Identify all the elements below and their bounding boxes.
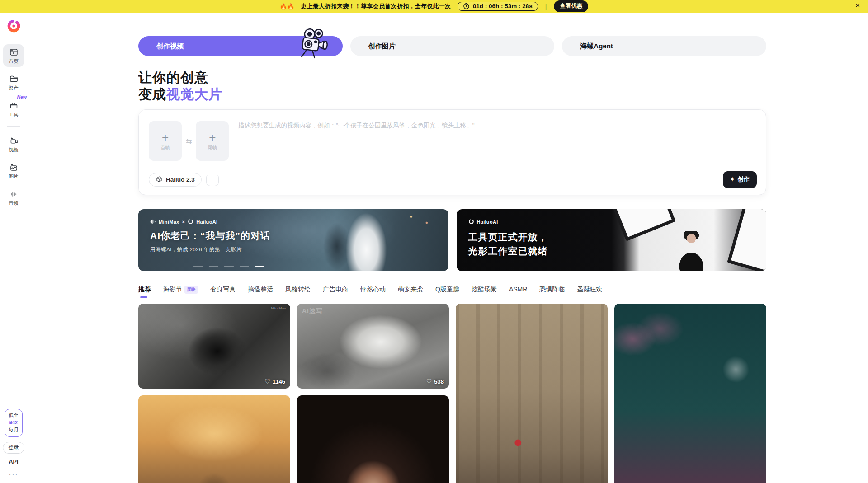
category-label: 变身写真 [210, 286, 236, 294]
carousel-dot[interactable] [224, 266, 234, 267]
mode-tabs: 创作视频 [138, 36, 766, 56]
category-horror[interactable]: 恐惧降临 [539, 286, 565, 298]
tab-label: 创作视频 [156, 42, 184, 51]
category-style-transfer[interactable]: 风格转绘 [285, 286, 311, 298]
sidebar-item-label: 首页 [9, 58, 19, 65]
tab-label: 海螺Agent [580, 42, 613, 51]
category-heartbeat[interactable]: 怦然心动 [360, 286, 386, 298]
clock-icon [463, 3, 470, 9]
hailuo-logo[interactable] [6, 19, 21, 33]
grid-column [614, 304, 766, 483]
sidebar-item-assets[interactable]: 资产 [3, 71, 24, 94]
minimax-logo-icon [150, 219, 156, 225]
tab-hailuo-agent[interactable]: 海螺Agent [562, 36, 766, 56]
video-card[interactable] [297, 395, 449, 483]
tab-create-video[interactable]: 创作视频 [138, 36, 343, 56]
banner-title: 工具页正式开放， 光影工作室已就绪 [468, 230, 548, 258]
banner-subtitle: 用海螺AI，拍成 2026 年的第一支影片 [150, 246, 270, 253]
category-label: 广告电商 [323, 286, 348, 294]
image-plus-icon [9, 163, 19, 172]
composer-extra-button[interactable] [206, 174, 219, 186]
category-portrait[interactable]: 变身写真 [210, 286, 236, 298]
sidebar-item-video[interactable]: 视频 [3, 133, 24, 155]
like-count[interactable]: ♡1146 [264, 378, 285, 385]
softbox-light [612, 209, 676, 241]
carousel-dots [193, 266, 264, 267]
category-chibi[interactable]: Q版童趣 [435, 286, 459, 298]
hero-title: 让你的创意 变成视觉大片 [138, 70, 766, 103]
login-button[interactable]: 登录 [3, 442, 24, 454]
category-pets[interactable]: 萌宠来袭 [398, 286, 423, 298]
grid-column [456, 304, 608, 483]
video-card[interactable]: MiniMax ♡1146 [138, 304, 290, 389]
countdown-text: 01d : 06h : 53m : 28s [473, 3, 533, 9]
category-label: Q版童趣 [435, 286, 459, 294]
carousel-dot[interactable] [240, 266, 249, 267]
sidebar-item-image[interactable]: 图片 [3, 159, 24, 182]
category-film-festival[interactable]: 海影节展映 [163, 286, 198, 298]
more-options-icon[interactable]: ··· [9, 470, 19, 478]
sidebar-item-home[interactable]: 首页 [3, 44, 24, 67]
category-recommended[interactable]: 推荐 [138, 286, 151, 298]
hero-line2-prefix: 变成 [138, 87, 166, 102]
sidebar-item-audio[interactable]: 音频 [3, 186, 24, 209]
like-count[interactable]: ♡538 [426, 378, 444, 385]
hero-line2-accent: 视觉大片 [166, 87, 222, 102]
swap-frames-icon[interactable]: ⇆ [186, 137, 192, 145]
banner-tools-studio[interactable]: HailuoAI 工具页正式开放， 光影工作室已就绪 [457, 209, 767, 271]
like-value: 1146 [273, 378, 285, 385]
category-label: 炫酷场景 [472, 286, 497, 294]
video-plus-icon [9, 136, 19, 145]
carousel-dot[interactable] [209, 266, 218, 267]
video-card[interactable]: ♡1.1万 [138, 395, 290, 483]
category-label: 海影节 [163, 286, 182, 294]
prompt-composer: + 首帧 ⇆ + 尾帧 Hailuo 2.3 [138, 109, 766, 195]
studio-model-photo [670, 231, 713, 271]
pricing-line3: 每月 [9, 427, 19, 434]
composer-toolbar: Hailuo 2.3 ✦ 创作 [149, 171, 757, 188]
sidebar-item-label: 音频 [9, 200, 19, 206]
banner-brand-row: HailuoAI [468, 219, 548, 225]
video-card[interactable] [456, 304, 608, 483]
prompt-input[interactable] [238, 122, 752, 167]
category-cool-scenes[interactable]: 炫酷场景 [472, 286, 497, 298]
tab-create-image[interactable]: 创作图片 [350, 36, 555, 56]
pricing-box[interactable]: 低至 ¥42 每月 [5, 409, 23, 437]
category-christmas[interactable]: 圣诞狂欢 [577, 286, 602, 298]
category-asmr[interactable]: ASMR [509, 286, 527, 297]
frame-uploads: + 首帧 ⇆ + 尾帧 [149, 121, 229, 161]
toolbox-icon [9, 101, 19, 110]
carousel-dot-active[interactable] [255, 266, 264, 267]
api-link[interactable]: API [9, 459, 19, 465]
banner-ai-dialogue[interactable]: MiniMax × HailuoAI AI你老己：“我与我”的对话 用海螺AI，… [138, 209, 448, 271]
category-label: 推荐 [138, 286, 151, 294]
category-funny[interactable]: 搞怪整活 [248, 286, 273, 298]
banner-title-line1: 工具页正式开放， [468, 230, 548, 244]
close-banner-icon[interactable]: ✕ [855, 2, 860, 9]
model-selector[interactable]: Hailuo 2.3 [149, 173, 202, 187]
sidebar-bottom: 低至 ¥42 每月 登录 API ··· [3, 409, 24, 483]
like-value: 538 [434, 378, 444, 385]
sidebar-item-tools[interactable]: New 工具 [3, 98, 24, 120]
view-offer-button[interactable]: 查看优惠 [554, 0, 588, 12]
pricing-line1: 低至 [9, 412, 19, 419]
carousel-dot[interactable] [193, 266, 203, 267]
softbox-light [727, 209, 766, 271]
category-label: 搞怪整活 [248, 286, 273, 294]
model-cube-icon [156, 176, 163, 183]
audio-waveform-icon [9, 189, 19, 199]
heart-icon: ♡ [426, 378, 432, 385]
page: 🔥🔥 史上最大折扣来袭！！尊享会员首次折扣，全年仅此一次 01d : 06h :… [0, 0, 868, 483]
video-card[interactable] [614, 304, 766, 483]
category-ecommerce[interactable]: 广告电商 [323, 286, 348, 298]
brand-times: × [182, 219, 185, 225]
first-frame-upload[interactable]: + 首帧 [149, 121, 182, 161]
heart-icon: ♡ [264, 378, 270, 385]
pricing-amount: ¥42 [9, 419, 19, 427]
banner-title-line2: 光影工作室已就绪 [468, 244, 548, 258]
model-name: Hailuo 2.3 [166, 176, 195, 183]
create-button[interactable]: ✦ 创作 [723, 171, 757, 188]
last-frame-upload[interactable]: + 尾帧 [196, 121, 229, 161]
video-card[interactable]: AI速写 ♡538 [297, 304, 449, 389]
folder-icon [9, 74, 19, 84]
